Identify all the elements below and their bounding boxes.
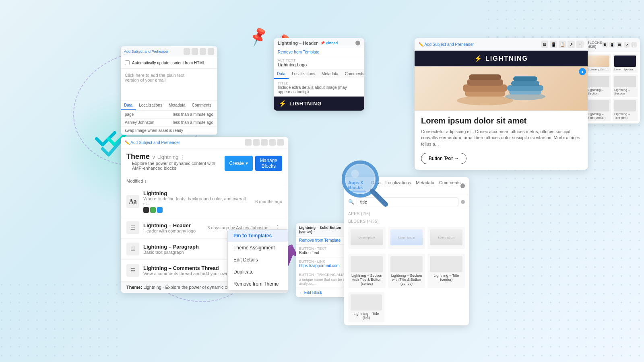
email-tab-comments[interactable]: Comments — [189, 101, 215, 110]
apps-block-item-1[interactable]: Lorem ipsum — [348, 227, 386, 249]
header-block-close[interactable] — [355, 41, 360, 45]
svg-point-14 — [351, 170, 359, 178]
apps-tab-comments[interactable]: Comments — [439, 180, 460, 191]
remove-from-template-btn[interactable]: Remove from Template — [274, 48, 364, 56]
ctx-edit-details[interactable]: Edit Details — [228, 254, 288, 266]
block-tab-data[interactable]: Data — [274, 70, 289, 79]
apps-block-item-3[interactable]: Lorem ipsum — [427, 227, 465, 249]
email-tab-metadata[interactable]: Metadata — [165, 101, 189, 110]
block-thumb-4 — [351, 256, 383, 272]
preview-image-area: ● — [415, 66, 588, 111]
email-row-2: Ashley Johnston less than a minute ago — [121, 119, 217, 127]
manage-blocks-button[interactable]: Manage Blocks — [255, 156, 282, 171]
panel-apps-blocks: Apps & Blocks Data Localizations Metadat… — [344, 177, 469, 325]
themes-icon-3[interactable] — [261, 139, 268, 146]
block-preview-4 — [614, 76, 636, 87]
create-button[interactable]: Create ▾ — [225, 156, 253, 171]
block-tab-loc[interactable]: Localizations — [289, 70, 318, 79]
ctx-theme-assignment[interactable]: Theme Assignment — [228, 242, 288, 254]
themes-panel-header: ✏️ Add Subject and Preheader — [121, 137, 288, 148]
blocks-tool-1[interactable]: 🖥 — [602, 42, 608, 47]
apps-block-item-5[interactable]: Lightning – Section with Title & Button … — [388, 254, 425, 288]
svg-rect-9 — [513, 76, 537, 81]
preview-tool-mobile[interactable]: 📱 — [550, 41, 557, 48]
apps-close-btn[interactable] — [460, 183, 465, 188]
block-thumb-6 — [430, 256, 462, 272]
apps-tab-main[interactable]: Apps & Blocks — [348, 180, 366, 191]
block-item-4[interactable]: Lightning – Section — [613, 74, 638, 97]
theme-name-lightning: Lightning — [143, 190, 251, 196]
blocks-toolbar: 🖥 📱 ▦ ↗ ⋮ — [602, 42, 637, 47]
email-icon-3[interactable] — [200, 48, 206, 55]
email-checkbox[interactable] — [125, 60, 130, 65]
email-tab-localizations[interactable]: Localizations — [136, 101, 165, 110]
color-dot-blue — [157, 207, 163, 213]
statusbar-theme-label: Theme: — [126, 285, 142, 290]
email-row-1-time: less than a minute ago — [173, 112, 213, 117]
apps-tab-data[interactable]: Data — [371, 180, 380, 191]
email-checkbox-row[interactable]: Automatically update content from HTML — [121, 57, 217, 69]
block-tab-meta[interactable]: Metadata — [318, 70, 342, 79]
themes-icon-5[interactable] — [277, 139, 284, 146]
block-item-6[interactable]: Lightning – Title (left) — [613, 99, 638, 121]
theme-row-header[interactable]: ☰ Lightning – Header Header with company… — [121, 217, 288, 239]
svg-rect-17 — [0, 282, 121, 362]
apps-block-row-1: Lorem ipsum Lorem ipsum Lorem ipsum — [344, 224, 469, 251]
themes-icon-1[interactable] — [245, 139, 252, 146]
apps-block-row-3: Lightning – Title (left) — [344, 290, 469, 325]
block-thumb-5 — [390, 256, 423, 272]
apps-block-item-2[interactable]: Lorem ipsum — [388, 227, 425, 249]
apps-block-item-4[interactable]: Lightning – Section with Title & Button … — [348, 254, 386, 288]
theme-colors-lightning — [143, 207, 251, 213]
themes-icon-4[interactable] — [269, 139, 276, 146]
block-tab-comments[interactable]: Comments — [342, 70, 364, 79]
title-value[interactable]: Include extra details about image (may a… — [278, 85, 360, 94]
lightning-brand-header: ⚡ LIGHTNING — [274, 97, 364, 111]
email-tab-data[interactable]: Data — [121, 101, 136, 110]
block-label-4: Lightning – Section with Title & Button … — [351, 274, 383, 286]
ctx-remove-from-theme[interactable]: Remove from Theme — [228, 278, 288, 290]
apps-search-input[interactable] — [357, 197, 458, 206]
email-row-1: page less than a minute ago — [121, 111, 217, 119]
ctx-duplicate[interactable]: Duplicate — [228, 266, 288, 278]
ctx-pin-to-templates[interactable]: Pin to Templates — [228, 230, 288, 242]
apps-section-blocks: BLOCKS (4/35) — [344, 217, 469, 224]
email-icon-2[interactable] — [192, 48, 198, 55]
theme-row-lightning[interactable]: Aa Lightning Where to define fonts, back… — [121, 186, 288, 217]
themes-icon-2[interactable] — [253, 139, 260, 146]
blocks-tool-4[interactable]: ↗ — [624, 42, 630, 47]
preview-lightning-symbol: ⚡ — [474, 55, 483, 62]
block-preview-5 — [588, 100, 609, 111]
block-item-2[interactable]: Lorem ipsum... — [613, 54, 638, 73]
theme-desc-header: Header with company logo — [143, 228, 203, 233]
alt-text-value[interactable]: Lightning Logo — [278, 62, 360, 67]
email-icon-1[interactable] — [184, 48, 190, 55]
block-item-3[interactable]: Lightning – Section — [586, 74, 611, 97]
preview-lightning-bar: ⚡ LIGHTNING — [415, 51, 588, 66]
email-row-3: swap Image when asset is ready — [121, 127, 217, 135]
preview-tool-desktop[interactable]: 🖥 — [541, 41, 548, 48]
panel-header-block: Lightning – Header 📌 Pinned Remove from … — [274, 38, 364, 111]
block-item-1[interactable]: Lorem ipsum... — [586, 54, 611, 73]
context-menu: Pin to Templates Theme Assignment Edit D… — [227, 229, 288, 290]
apps-block-item-7[interactable]: Lightning – Title (left) — [348, 292, 384, 322]
preview-tool-share[interactable]: ↗ — [568, 41, 575, 48]
preview-tool-tablet[interactable]: 📋 — [559, 41, 566, 48]
blocks-tool-5[interactable]: ⋮ — [631, 42, 637, 47]
apps-block-item-6[interactable]: Lightning – Title (center) — [427, 254, 465, 288]
blocks-tool-3[interactable]: ▦ — [617, 42, 622, 47]
apps-tab-meta[interactable]: Metadata — [416, 180, 434, 191]
apps-search-clear[interactable] — [461, 200, 465, 204]
block-thumb-1: Lorem ipsum — [351, 229, 383, 245]
preview-cta-button[interactable]: Button Text → — [421, 153, 466, 164]
blocks-tool-2[interactable]: 📱 — [609, 42, 615, 47]
email-icon-4[interactable] — [208, 48, 214, 55]
preview-tool-more[interactable]: ⋮ — [576, 41, 584, 48]
block-label-2: Lorem ipsum... — [614, 68, 636, 71]
block-preview-1 — [588, 56, 609, 67]
email-header-label: Add Subject and Preheader — [124, 49, 169, 53]
apps-tab-loc[interactable]: Localizations — [386, 180, 411, 191]
svg-point-0 — [457, 96, 513, 105]
block-item-5[interactable]: Lightning – Title (center) — [586, 99, 611, 121]
block-label-6: Lightning – Title (center) — [430, 274, 462, 282]
